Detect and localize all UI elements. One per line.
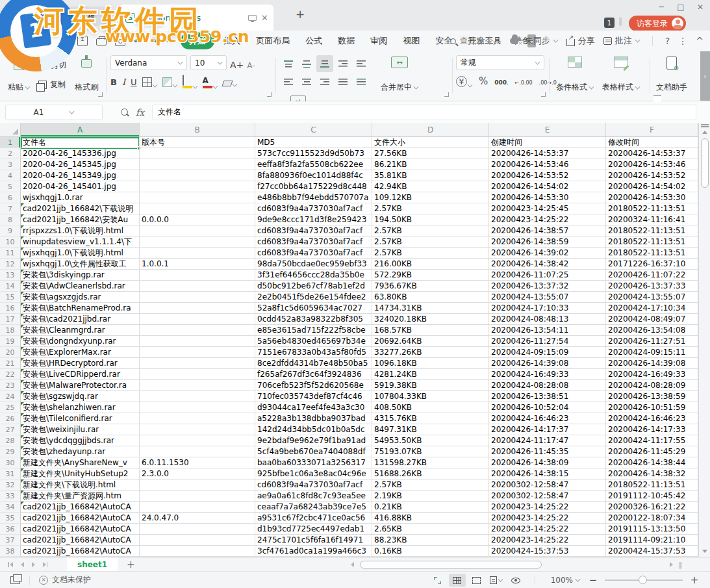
cell-E22[interactable]: 20200424-16:49:33 (489, 369, 606, 380)
cell-C4[interactable]: 8fa880936f0ec1014d88f4c (255, 170, 372, 181)
cell-E28[interactable]: 20200424-11:17:47 (489, 435, 606, 446)
document-tab[interactable]: S VersionInfo.xls ✕ (120, 5, 273, 31)
scroll-up-icon[interactable] (702, 131, 707, 134)
cell-D9[interactable]: 2.57KB (372, 225, 489, 236)
cell-E20[interactable]: 20200424-09:15:09 (489, 347, 606, 358)
minimize-button[interactable]: ─ (652, 0, 671, 14)
ribbon-tab-审阅[interactable]: 审阅 (364, 33, 394, 49)
cell-F18[interactable]: 20200426-13:54:08 (606, 325, 698, 336)
cell-F35[interactable]: 20200122-18:07:34 (606, 513, 698, 524)
percent-button[interactable]: % (479, 75, 488, 87)
row-header-7[interactable]: 7 (0, 203, 21, 214)
dialog-launcher-icon[interactable] (444, 92, 449, 97)
scroll-down-icon[interactable] (702, 550, 707, 553)
cell-D11[interactable]: 2.57KB (372, 248, 489, 259)
fill-color-button[interactable] (183, 75, 197, 88)
cell-B37[interactable] (140, 535, 255, 546)
cell-F10[interactable]: 20180522-11:13:51 (606, 236, 698, 248)
cell-B25[interactable] (140, 402, 255, 413)
cell-C17[interactable]: 0cdd452a83a98322b8f305 (255, 314, 372, 325)
cell-D8[interactable]: 194.50KB (372, 214, 489, 225)
borders-button[interactable] (142, 77, 157, 87)
row-header-34[interactable]: 34 (0, 502, 21, 513)
cell-C26[interactable]: a5228a3b138dbba9037bad (255, 413, 372, 424)
cell-F14[interactable]: 20200426-13:37:33 (606, 281, 698, 292)
row-header-19[interactable]: 19 (0, 336, 21, 347)
reading-view-button[interactable] (507, 574, 524, 587)
cell-A37[interactable]: cad2021jjb_166842\AutoCA (21, 535, 140, 546)
cell-B22[interactable] (140, 369, 255, 380)
export-icon[interactable] (77, 36, 88, 46)
row-header-25[interactable]: 25 (0, 402, 21, 413)
cell-B31[interactable]: 2.3.0.0 (140, 468, 255, 479)
cell-A31[interactable]: 新建文件夹\UnityHubSetup2 (21, 468, 140, 479)
cell-F1[interactable]: 修改时间 (606, 137, 698, 148)
cell-B21[interactable] (140, 358, 255, 369)
scroll-left-icon[interactable] (351, 562, 354, 567)
ribbon-tab-开始[interactable]: 开始 (181, 32, 214, 49)
cell-C12[interactable]: 98da750bcdae0ec959ebf33 (255, 259, 372, 270)
row-header-13[interactable]: 13 (0, 270, 21, 281)
cell-A13[interactable]: 安装包\3diskyingp.rar (21, 270, 140, 281)
cell-C32[interactable]: cd6083f9a4a737030af7acf (255, 479, 372, 491)
fullscreen-view-button[interactable] (429, 574, 446, 587)
align-right-button[interactable] (316, 73, 333, 90)
dialog-launcher-icon[interactable] (541, 92, 546, 97)
cell-C6[interactable]: e486b8bb7f94ebdd570707a (255, 192, 372, 203)
decrease-indent-button[interactable] (335, 55, 351, 72)
cell-C13[interactable]: 3f31ef64656ccc28da35b0e (255, 270, 372, 281)
cell-E33[interactable]: 20200302-12:58:47 (489, 491, 606, 502)
cell-C27[interactable]: 142d24d34bb5dc01b0a5dc (255, 424, 372, 435)
zoom-slider[interactable] (605, 580, 683, 581)
cell-D19[interactable]: 20692.64KB (372, 336, 489, 347)
cell-B9[interactable] (140, 225, 255, 236)
cell-A28[interactable]: 安装包\ydcdqggjjbds.rar (21, 435, 140, 446)
cell-B36[interactable] (140, 524, 255, 535)
zoom-in-button[interactable]: + (688, 574, 701, 586)
cell-D25[interactable]: 408.50KB (372, 402, 489, 413)
font-color-button[interactable]: A (203, 75, 218, 88)
row-header-37[interactable]: 37 (0, 535, 21, 546)
add-sheet-button[interactable]: + (127, 559, 135, 570)
cell-A17[interactable]: 安装包\cad2021jjbd.rar (21, 314, 140, 325)
row-header-33[interactable]: 33 (0, 491, 21, 502)
cell-E12[interactable]: 20200426-14:38:42 (489, 259, 606, 270)
cell-D22[interactable]: 4281.24KB (372, 369, 489, 380)
zoom-slider-thumb[interactable] (639, 576, 647, 584)
cell-shading-button[interactable] (162, 77, 177, 87)
print-preview-icon[interactable] (115, 36, 125, 46)
cell-E31[interactable]: 20200426-14:38:15 (489, 468, 606, 479)
cell-D18[interactable]: 168.57KB (372, 325, 489, 336)
cell-F8[interactable]: 20200324-11:16:41 (606, 214, 698, 225)
cell-D15[interactable]: 63.80KB (372, 292, 489, 303)
normal-view-button[interactable] (449, 574, 466, 587)
cell-A9[interactable]: rrjspxzzs1.0\下载说明.html (21, 225, 140, 236)
page-layout-view-button[interactable] (488, 574, 505, 587)
row-header-10[interactable]: 10 (0, 236, 21, 248)
row-header-28[interactable]: 28 (0, 435, 21, 446)
bold-button[interactable]: B (110, 77, 117, 87)
cell-A5[interactable]: 2020-04-26_145401.jpg (21, 181, 140, 192)
clear-format-button[interactable] (223, 78, 237, 86)
cell-E3[interactable]: 20200426-14:53:46 (489, 159, 606, 170)
cell-C24[interactable]: 710fec035743def87cf4c46 (255, 391, 372, 402)
collapse-ribbon-icon[interactable]: ^ (696, 36, 704, 46)
cell-F37[interactable]: 20191114-09:21:10 (606, 535, 698, 546)
magnifier-icon[interactable] (121, 109, 128, 116)
cell-B3[interactable] (140, 159, 255, 170)
cell-C20[interactable]: 7151e67833a0b43a5f80fd5 (255, 347, 372, 358)
format-painter-button[interactable]: 格式刷 (72, 55, 101, 94)
cell-C9[interactable]: cd6083f9a4a737030af7acf (255, 225, 372, 236)
cell-D6[interactable]: 109.12KB (372, 192, 489, 203)
cell-C29[interactable]: 5cf4a9beb670ea7404088df (255, 446, 372, 457)
row-header-5[interactable]: 5 (0, 181, 21, 192)
scrollbar-grip-icon[interactable]: ‖ (679, 561, 682, 569)
sheet-tab-sheet1[interactable]: sheet1 (67, 557, 118, 572)
cell-C2[interactable]: 573c7cc9115523d9d50b73 (255, 148, 372, 159)
cell-A3[interactable]: 2020-04-26_145345.jpg (21, 159, 140, 170)
column-header-A[interactable]: A (21, 123, 140, 136)
help-button[interactable]: ? (665, 36, 670, 46)
cell-B24[interactable] (140, 391, 255, 402)
ribbon-tab-数据[interactable]: 数据 (331, 33, 361, 49)
cell-B26[interactable] (140, 413, 255, 424)
